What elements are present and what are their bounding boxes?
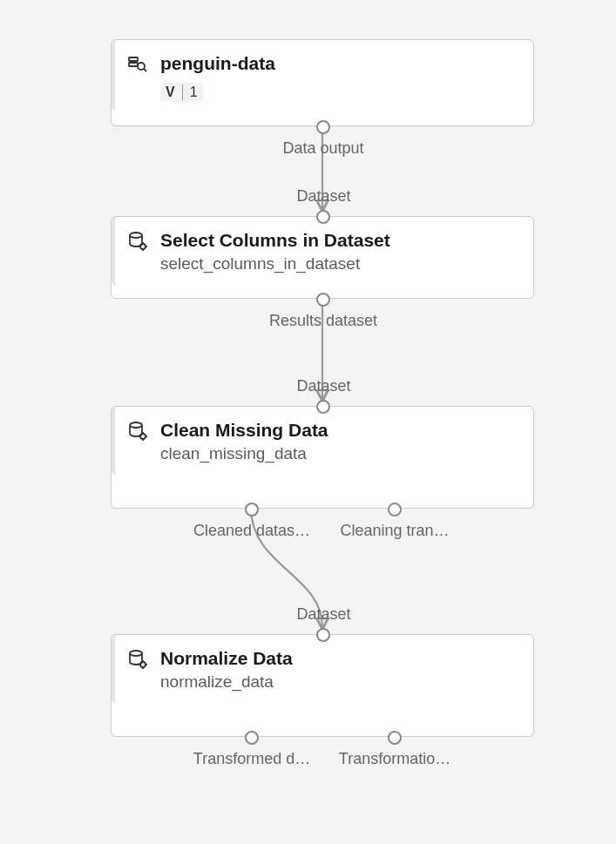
output-port-2[interactable] <box>388 503 402 517</box>
svg-point-7 <box>140 434 146 439</box>
version-badge: V 1 <box>160 83 203 102</box>
node-title: Select Columns in Dataset <box>160 229 390 251</box>
node-select-columns[interactable]: Dataset Select Columns in Dataset select… <box>111 216 534 299</box>
svg-point-4 <box>130 233 142 238</box>
node-title: penguin-data <box>160 52 275 74</box>
output-port-1-label: Transformed d… <box>193 750 310 768</box>
node-subtitle: normalize_data <box>160 672 293 692</box>
node-title: Normalize Data <box>160 647 293 669</box>
input-port-label: Dataset <box>296 187 350 206</box>
output-port-1[interactable] <box>245 731 259 745</box>
input-port-label: Dataset <box>296 377 350 395</box>
output-port-2-label: Cleaning tran… <box>340 522 449 540</box>
output-port-1[interactable] <box>245 503 259 517</box>
badge-label: V <box>166 84 183 100</box>
svg-line-3 <box>144 69 146 71</box>
svg-point-8 <box>130 651 142 656</box>
node-penguin-data[interactable]: penguin-data V 1 Data output <box>111 39 534 126</box>
svg-point-5 <box>140 244 146 249</box>
output-port-1-label: Cleaned datas… <box>193 522 310 540</box>
badge-value: 1 <box>183 84 198 100</box>
node-title: Clean Missing Data <box>160 419 328 441</box>
node-normalize-data[interactable]: Dataset Normalize Data normalize_data Tr… <box>111 634 534 737</box>
output-port[interactable] <box>316 120 330 134</box>
input-port-label: Dataset <box>296 605 350 624</box>
input-port[interactable] <box>316 400 330 414</box>
svg-rect-0 <box>129 57 138 61</box>
node-clean-missing-data[interactable]: Dataset Clean Missing Data clean_missing… <box>111 406 534 509</box>
pipeline-canvas[interactable]: penguin-data V 1 Data output Dataset <box>0 0 616 844</box>
svg-point-9 <box>140 662 146 667</box>
input-port[interactable] <box>316 210 330 224</box>
svg-point-2 <box>138 63 145 70</box>
output-port[interactable] <box>316 293 330 307</box>
output-port-label: Data output <box>282 139 363 158</box>
db-gear-icon <box>127 421 148 442</box>
db-gear-icon <box>127 231 148 252</box>
node-subtitle: clean_missing_data <box>160 444 328 463</box>
output-port-2[interactable] <box>388 731 402 745</box>
input-port[interactable] <box>316 628 330 642</box>
dataset-search-icon <box>127 54 148 75</box>
svg-rect-1 <box>129 63 138 66</box>
node-subtitle: select_columns_in_dataset <box>160 254 390 273</box>
output-port-2-label: Transformatio… <box>339 750 450 768</box>
db-gear-icon <box>127 649 148 670</box>
output-port-label: Results dataset <box>269 312 377 330</box>
svg-point-6 <box>130 422 142 428</box>
